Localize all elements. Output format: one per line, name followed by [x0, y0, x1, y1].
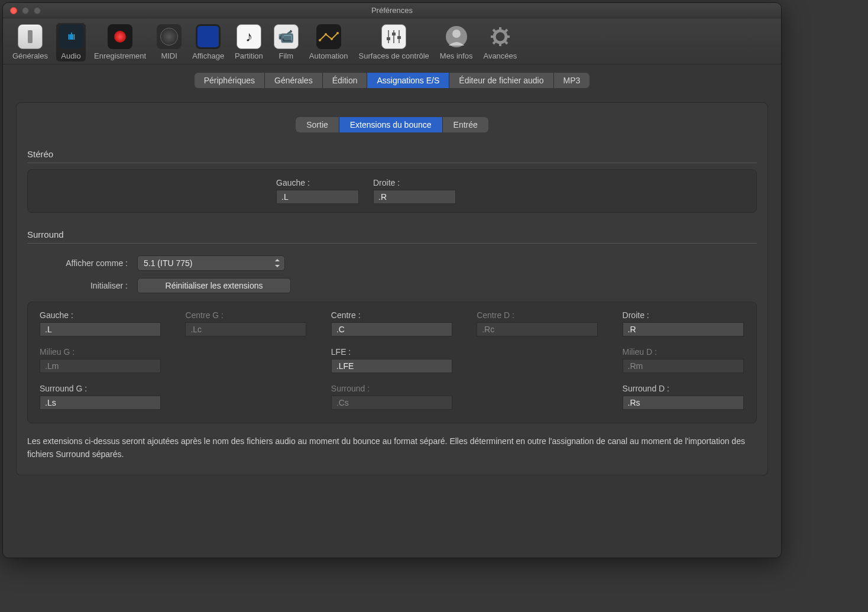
centre-g-field[interactable] — [185, 322, 306, 336]
field-label: LFE : — [331, 347, 453, 357]
svg-rect-7 — [387, 37, 390, 40]
svg-point-12 — [494, 31, 506, 43]
centre-field[interactable] — [331, 322, 452, 336]
svg-rect-4 — [388, 30, 389, 43]
surround-g-field[interactable] — [40, 396, 161, 410]
footnote-text: Les extensions ci-dessus seront ajoutées… — [27, 435, 757, 461]
camera-icon: 📹 — [274, 24, 299, 49]
toolbar-item-my-info[interactable]: Mes infos — [438, 23, 475, 61]
tab-general[interactable]: Générales — [265, 73, 323, 88]
io-panel: Sortie Extensions du bounce Entrée Stéré… — [16, 102, 768, 475]
gear-icon — [488, 24, 513, 49]
tab-input[interactable]: Entrée — [443, 117, 488, 132]
midi-icon — [157, 24, 182, 49]
field-label: Centre D : — [477, 310, 598, 320]
divider — [27, 163, 757, 163]
tab-editing[interactable]: Édition — [323, 73, 368, 88]
toolbar-item-score[interactable]: ♪ Partition — [232, 23, 265, 61]
svg-rect-8 — [392, 33, 396, 35]
svg-line-19 — [505, 30, 507, 32]
tab-output[interactable]: Sortie — [296, 117, 339, 132]
surround-group: Gauche : Centre G : Centre : Centre D : — [27, 302, 757, 423]
centre-d-field[interactable] — [477, 322, 598, 336]
svg-rect-5 — [393, 30, 394, 43]
audio-subtabs: Périphériques Générales Édition Assignat… — [195, 73, 590, 88]
stereo-left-field[interactable] — [276, 190, 359, 204]
toolbar-item-display[interactable]: Affichage — [190, 23, 226, 61]
switch-icon — [18, 24, 43, 49]
preferences-window: Préférences Générales ıılıı Audio Enregi… — [2, 2, 782, 558]
droite-field[interactable] — [623, 322, 744, 336]
tab-audio-file-editor[interactable]: Éditeur de fichier audio — [449, 73, 553, 88]
field-label: Surround : — [331, 384, 453, 393]
score-icon: ♪ — [237, 24, 261, 49]
toolbar-item-advanced[interactable]: Avancées — [481, 23, 519, 61]
field-label: Surround G : — [40, 384, 161, 393]
initialize-label: Initialiser : — [30, 281, 130, 290]
toolbar-item-midi[interactable]: MIDI — [154, 23, 184, 61]
field-label: Surround D : — [623, 384, 744, 393]
io-mode-tabs: Sortie Extensions du bounce Entrée — [296, 117, 488, 132]
stereo-left-label: Gauche : — [276, 178, 359, 187]
surround-controls: Afficher comme : 5.1 (ITU 775) Initialis… — [30, 255, 757, 293]
content-area: Périphériques Générales Édition Assignat… — [3, 64, 781, 488]
stereo-heading: Stéréo — [27, 149, 757, 159]
svg-line-17 — [493, 30, 495, 32]
surround-d-field[interactable] — [623, 396, 744, 410]
milieu-g-field[interactable] — [40, 359, 161, 373]
surround-c-field[interactable] — [331, 396, 452, 410]
field-label: Centre G : — [185, 310, 307, 320]
titlebar: Préférences — [3, 3, 781, 18]
stereo-right-label: Droite : — [373, 178, 456, 187]
user-icon — [444, 24, 469, 49]
waveform-icon: ıılıı — [59, 24, 83, 49]
svg-point-11 — [452, 30, 461, 38]
svg-point-2 — [331, 38, 333, 40]
gauche-field[interactable] — [40, 322, 161, 336]
toolbar-item-general[interactable]: Générales — [10, 23, 50, 61]
field-label: Gauche : — [40, 310, 161, 320]
toolbar-item-recording[interactable]: Enregistrement — [92, 23, 148, 61]
divider — [27, 243, 757, 244]
milieu-d-field[interactable] — [623, 359, 744, 373]
field-label: Centre : — [331, 310, 453, 320]
stereo-right-field[interactable] — [373, 190, 456, 204]
lfe-field[interactable] — [331, 359, 452, 373]
show-as-select[interactable]: 5.1 (ITU 775) — [137, 255, 285, 271]
field-label: Milieu D : — [623, 347, 744, 357]
record-icon — [108, 24, 132, 49]
toolbar-item-film[interactable]: 📹 Film — [271, 23, 301, 61]
field-label: Milieu G : — [40, 347, 161, 357]
svg-point-3 — [336, 32, 339, 34]
stereo-group: Gauche : Droite : — [27, 169, 757, 213]
toolbar-item-control-surfaces[interactable]: Surfaces de contrôle — [357, 23, 432, 61]
svg-point-1 — [325, 33, 327, 35]
tab-bounce-extensions[interactable]: Extensions du bounce — [339, 117, 443, 132]
tab-devices[interactable]: Périphériques — [195, 73, 265, 88]
svg-line-20 — [493, 41, 495, 44]
reset-extensions-button[interactable]: Réinitialiser les extensions — [137, 278, 291, 293]
show-as-label: Afficher comme : — [30, 258, 130, 268]
preferences-toolbar: Générales ıılıı Audio Enregistrement MID… — [3, 18, 781, 64]
window-title: Préférences — [3, 6, 781, 15]
svg-line-18 — [505, 41, 507, 44]
tab-io-assignments[interactable]: Assignations E/S — [367, 73, 449, 88]
surround-heading: Surround — [27, 229, 757, 239]
display-icon — [196, 24, 221, 49]
toolbar-item-audio[interactable]: ıılıı Audio — [56, 23, 86, 61]
tab-mp3[interactable]: MP3 — [554, 73, 590, 88]
toolbar-item-automation[interactable]: Automation — [307, 23, 351, 61]
svg-rect-9 — [397, 36, 401, 39]
svg-point-0 — [319, 39, 321, 41]
faders-icon — [381, 24, 406, 49]
field-label: Droite : — [623, 310, 744, 320]
automation-icon — [316, 24, 341, 49]
